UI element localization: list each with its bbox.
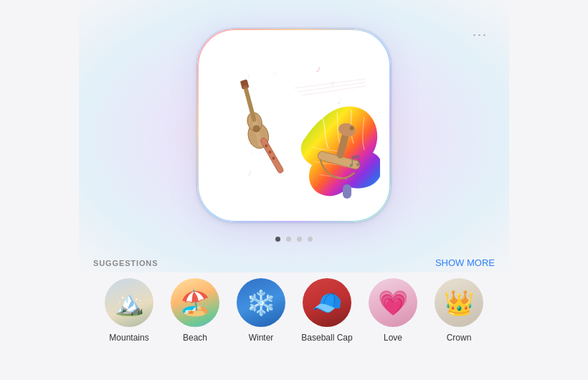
suggestions-grid: 🏔️Mountains🏖️Beach❄️Winter🧢Baseball Cap💗… <box>93 278 495 343</box>
suggestion-item-beach[interactable]: 🏖️Beach <box>166 278 224 343</box>
show-more-button[interactable]: SHOW MORE <box>435 257 495 268</box>
suggestions-section: SUGGESTIONS SHOW MORE 🏔️Mountains🏖️Beach… <box>93 257 495 343</box>
svg-text:♩: ♩ <box>337 96 341 106</box>
suggestion-label-mountains: Mountains <box>109 333 148 343</box>
pagination-dots <box>275 237 313 242</box>
svg-rect-14 <box>240 80 250 90</box>
suggestions-header: SUGGESTIONS SHOW MORE <box>93 257 495 268</box>
svg-text:♪: ♪ <box>315 62 322 75</box>
svg-text:🎵: 🎵 <box>348 154 362 168</box>
suggestion-label-winter: Winter <box>249 333 274 343</box>
svg-text:♩: ♩ <box>251 149 254 156</box>
suggestion-icon-love: 💗 <box>369 278 417 327</box>
svg-text:♪: ♪ <box>245 71 251 80</box>
suggestion-icon-beach: 🏖️ <box>171 278 219 327</box>
brain-scene: ♪ ♫ ♩ ♪ ♫ ♪ ♩ ♫ <box>208 39 380 212</box>
svg-text:♫: ♫ <box>272 70 278 77</box>
more-options-button[interactable]: ··· <box>473 27 488 42</box>
dot-4[interactable] <box>308 237 313 242</box>
suggestion-item-love[interactable]: 💗Love <box>364 278 422 343</box>
suggestion-icon-winter: ❄️ <box>237 278 285 327</box>
suggestion-item-crown[interactable]: 👑Crown <box>430 278 488 343</box>
suggestion-label-crown: Crown <box>447 333 472 343</box>
svg-line-10 <box>301 86 366 95</box>
suggestions-title: SUGGESTIONS <box>93 259 158 267</box>
app-icon-card: ♪ ♫ ♩ ♪ ♫ ♪ ♩ ♫ <box>197 29 391 222</box>
svg-text:♪: ♪ <box>247 168 252 178</box>
suggestion-label-baseball-cap: Baseball Cap <box>301 333 352 343</box>
main-content: ··· ♪ ♫ ♩ ♪ ♫ ♪ ♩ ♫ <box>0 0 588 343</box>
suggestion-item-mountains[interactable]: 🏔️Mountains <box>100 278 158 343</box>
suggestion-item-winter[interactable]: ❄️Winter <box>232 278 290 343</box>
svg-rect-19 <box>260 137 284 174</box>
suggestion-label-beach: Beach <box>183 333 207 343</box>
dot-2[interactable] <box>286 237 291 242</box>
suggestion-item-baseball-cap[interactable]: 🧢Baseball Cap <box>298 278 356 343</box>
svg-rect-23 <box>343 184 351 199</box>
suggestion-label-love: Love <box>384 333 402 343</box>
suggestion-icon-mountains: 🏔️ <box>105 278 153 327</box>
suggestion-icon-crown: 👑 <box>435 278 483 327</box>
suggestion-icon-baseball-cap: 🧢 <box>303 278 351 327</box>
dot-3[interactable] <box>297 237 302 242</box>
dot-1[interactable] <box>275 237 280 242</box>
